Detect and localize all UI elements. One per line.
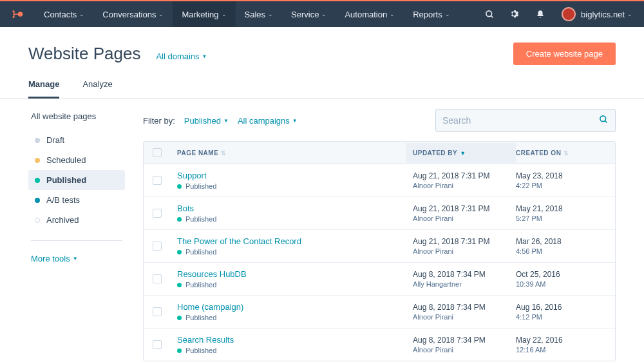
nav-marketing[interactable]: Marketing⌄ — [173, 1, 235, 27]
sort-icon: ⇅ — [221, 150, 227, 157]
chevron-down-icon: ⌄ — [390, 11, 395, 17]
hubspot-logo[interactable] — [12, 8, 23, 20]
filter-published[interactable]: Published▼ — [184, 116, 229, 126]
sidebar-item-draft[interactable]: Draft — [28, 130, 125, 150]
account-menu[interactable]: biglytics.net ⌄ — [553, 7, 632, 21]
page-link[interactable]: Search Results — [177, 335, 406, 345]
row-checkbox[interactable] — [153, 209, 162, 218]
nav-items: Contacts⌄ Conversations⌄ Marketing⌄ Sale… — [35, 1, 459, 27]
nav-contacts[interactable]: Contacts⌄ — [35, 1, 93, 27]
page-link[interactable]: Resources HubDB — [177, 269, 406, 279]
status-dot-icon — [177, 316, 182, 320]
chevron-down-icon: ⌄ — [79, 11, 84, 17]
status-dot-icon — [35, 178, 40, 183]
row-checkbox[interactable] — [153, 307, 162, 316]
created-time: 4:56 PM — [516, 247, 606, 255]
chevron-down-icon: ⌄ — [268, 11, 273, 17]
updated-by: Alnoor Pirani — [413, 214, 509, 222]
status-dot-icon — [177, 250, 182, 254]
page-link[interactable]: Home (campaign) — [177, 302, 406, 312]
sidebar-title: All website pages — [28, 111, 125, 121]
updated-by: Ally Hangartner — [413, 280, 509, 288]
divider — [31, 240, 122, 241]
updated-by: Alnoor Pirani — [413, 182, 509, 189]
created-date: Aug 16, 2016 — [516, 303, 606, 312]
status-badge: Published — [177, 281, 406, 289]
chevron-down-icon: ⌄ — [158, 11, 164, 17]
svg-line-8 — [605, 120, 607, 122]
sort-icon: ▼ — [460, 150, 466, 157]
sidebar-item-published[interactable]: Published — [28, 170, 125, 190]
select-all-checkbox[interactable] — [153, 148, 162, 157]
created-date: May 23, 2018 — [516, 171, 606, 180]
search-input[interactable] — [442, 115, 599, 126]
svg-rect-4 — [14, 12, 15, 17]
table-row: Bots Published Aug 21, 2018 7:31 PMAlnoo… — [144, 197, 615, 230]
updated-date: Aug 8, 2018 7:34 PM — [413, 303, 509, 312]
sidebar-item-scheduled[interactable]: Scheduled — [28, 150, 125, 170]
status-dot-icon — [35, 218, 40, 223]
table-row: Search Results Published Aug 8, 2018 7:3… — [144, 329, 615, 361]
domain-filter[interactable]: All domains▼ — [156, 52, 207, 61]
more-tools[interactable]: More tools▼ — [28, 251, 125, 266]
status-dot-icon — [35, 198, 40, 203]
updated-date: Aug 21, 2018 7:31 PM — [413, 237, 509, 246]
status-dot-icon — [35, 158, 40, 163]
col-header-created[interactable]: CREATED ON⇅ — [516, 149, 606, 157]
settings-icon[interactable] — [502, 9, 528, 19]
tab-manage[interactable]: Manage — [28, 74, 59, 99]
updated-date: Aug 8, 2018 7:34 PM — [413, 270, 509, 279]
nav-sales[interactable]: Sales⌄ — [236, 1, 283, 27]
col-header-updated[interactable]: UPDATED BY▼ — [406, 143, 516, 163]
filter-label: Filter by: — [143, 116, 175, 126]
notifications-icon[interactable] — [528, 9, 553, 19]
page-link[interactable]: Bots — [177, 204, 406, 213]
row-checkbox[interactable] — [153, 242, 162, 251]
status-badge: Published — [177, 182, 406, 190]
chevron-down-icon: ⌄ — [321, 11, 327, 17]
main-navbar: Contacts⌄ Conversations⌄ Marketing⌄ Sale… — [0, 1, 644, 27]
account-name: biglytics.net — [581, 10, 625, 19]
sidebar: All website pages Draft Scheduled Publis… — [28, 111, 125, 361]
nav-conversations[interactable]: Conversations⌄ — [93, 1, 173, 27]
search-icon[interactable] — [477, 10, 502, 19]
status-badge: Published — [177, 314, 406, 321]
chevron-down-icon: ⌄ — [627, 11, 632, 17]
status-dot-icon — [177, 217, 182, 222]
table-row: Home (campaign) Published Aug 8, 2018 7:… — [144, 296, 615, 329]
filter-campaigns[interactable]: All campaigns▼ — [238, 116, 298, 126]
created-time: 5:27 PM — [516, 214, 606, 222]
page-link[interactable]: The Power of the Contact Record — [177, 236, 406, 246]
tab-analyze[interactable]: Analyze — [82, 74, 112, 98]
avatar — [562, 7, 576, 21]
chevron-down-icon: ⌄ — [222, 11, 227, 17]
created-time: 10:39 AM — [516, 280, 606, 288]
sidebar-item-abtests[interactable]: A/B tests — [28, 190, 125, 210]
updated-by: Alnoor Pirani — [413, 247, 509, 255]
updated-by: Alnoor Pirani — [413, 313, 509, 321]
nav-reports[interactable]: Reports⌄ — [404, 1, 459, 27]
row-checkbox[interactable] — [153, 274, 162, 283]
updated-by: Alnoor Pirani — [413, 346, 509, 354]
page-link[interactable]: Support — [177, 171, 406, 180]
created-time: 12:16 AM — [516, 346, 606, 354]
create-page-button[interactable]: Create website page — [513, 43, 616, 65]
status-badge: Published — [177, 248, 406, 256]
updated-date: Aug 8, 2018 7:34 PM — [413, 336, 509, 345]
updated-date: Aug 21, 2018 7:31 PM — [413, 204, 509, 213]
sidebar-item-archived[interactable]: Archived — [28, 210, 125, 230]
row-checkbox[interactable] — [153, 340, 162, 349]
page-title: Website Pages — [28, 44, 140, 64]
pages-table: PAGE NAME⇅ UPDATED BY▼ CREATED ON⇅ Suppo… — [143, 141, 616, 361]
nav-automation[interactable]: Automation⌄ — [336, 1, 404, 27]
search-icon[interactable] — [599, 115, 609, 126]
row-checkbox[interactable] — [153, 176, 162, 185]
created-time: 4:12 PM — [516, 313, 606, 321]
nav-service[interactable]: Service⌄ — [282, 1, 336, 27]
chevron-down-icon: ⌄ — [445, 11, 450, 17]
table-row: Resources HubDB Published Aug 8, 2018 7:… — [144, 263, 615, 296]
created-date: May 22, 2016 — [516, 336, 606, 345]
status-badge: Published — [177, 215, 406, 223]
col-header-name[interactable]: PAGE NAME⇅ — [177, 149, 406, 157]
search-box[interactable] — [435, 109, 616, 132]
